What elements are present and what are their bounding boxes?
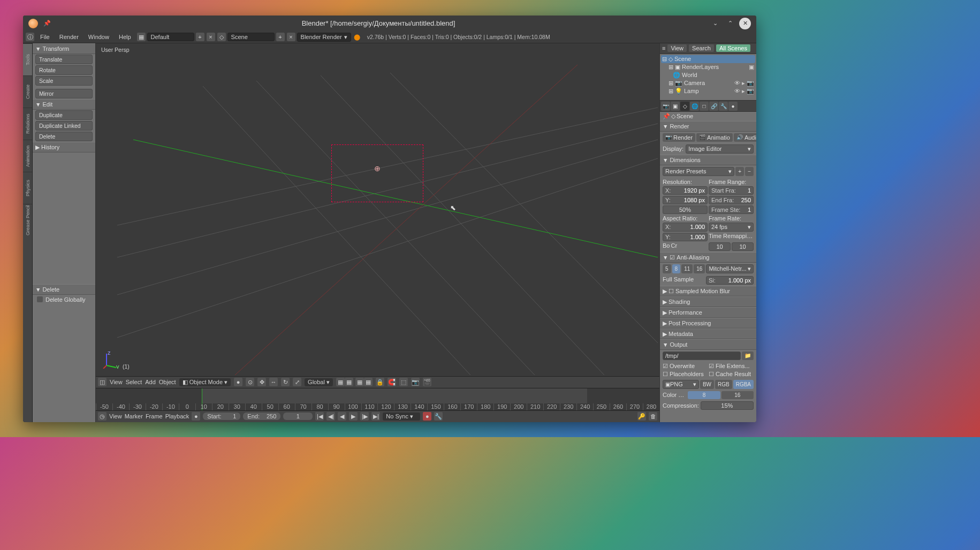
manipulator-icon[interactable]: ✥: [257, 378, 266, 386]
screen-layout-dropdown[interactable]: Default: [147, 33, 194, 41]
tab-animation[interactable]: Animation: [23, 140, 32, 172]
color-rgb[interactable]: RGB: [715, 380, 732, 389]
tab-constraints-icon[interactable]: 🔗: [709, 102, 718, 111]
tab-render-icon[interactable]: 📷: [661, 102, 670, 111]
frame-step-field[interactable]: Frame Ste:1: [709, 205, 754, 214]
minimize-button[interactable]: ⌄: [709, 18, 721, 29]
pin-icon[interactable]: 📌: [43, 20, 51, 27]
pivot-icon[interactable]: ⊙: [246, 378, 254, 386]
tab-scene-icon[interactable]: ◇: [680, 102, 689, 111]
tab-material-icon[interactable]: ●: [728, 102, 738, 111]
autokey-icon[interactable]: ●: [192, 412, 200, 421]
mode-dropdown[interactable]: ◧ Object Mode ▾: [179, 378, 231, 386]
remove-scene-button[interactable]: ×: [287, 33, 295, 41]
file-extensions-checkbox[interactable]: ☑ File Extens...: [709, 363, 754, 370]
duplicate-linked-button[interactable]: Duplicate Linked: [35, 121, 93, 131]
shading-solid-icon[interactable]: ●: [234, 378, 242, 386]
preset-add-button[interactable]: +: [735, 167, 744, 176]
render-anim-icon[interactable]: 🎬: [423, 378, 431, 386]
tab-grease-pencil[interactable]: Grease Pencil: [23, 204, 32, 236]
prev-keyframe-icon[interactable]: ◀|: [326, 412, 335, 421]
aspect-y-field[interactable]: Y:1.000: [663, 233, 708, 241]
overwrite-checkbox[interactable]: ☑ Overwrite: [663, 363, 708, 370]
close-button[interactable]: ✕: [739, 18, 751, 29]
format-dropdown[interactable]: ▣ PNG▾: [663, 380, 699, 389]
record-icon[interactable]: ●: [423, 412, 431, 421]
menu-render[interactable]: Render: [55, 33, 83, 41]
outliner-camera[interactable]: ⊞📷Camera👁 ▸ 📷: [661, 79, 755, 87]
outliner-world[interactable]: 🌐World: [661, 71, 755, 79]
tab-tools[interactable]: Tools: [23, 43, 32, 75]
editor-type-timeline-icon[interactable]: ◷: [98, 412, 107, 421]
display-dropdown[interactable]: Image Editor▾: [686, 144, 754, 154]
scale-button[interactable]: Scale: [35, 76, 93, 86]
next-keyframe-icon[interactable]: |▶: [360, 412, 369, 421]
outliner[interactable]: ⊟◇Scene ⊞▣RenderLayers▣ 🌐World ⊞📷Camera👁…: [660, 54, 756, 100]
3d-viewport[interactable]: User Persp ⊕ ⬉ z y (1): [96, 43, 659, 376]
duplicate-button[interactable]: Duplicate: [35, 110, 93, 120]
keying-set-icon[interactable]: 🔧: [434, 412, 443, 421]
menu-file[interactable]: File: [36, 33, 54, 41]
transform-header[interactable]: ▼ Transform: [33, 43, 95, 54]
start-frame-field[interactable]: Start:1: [203, 412, 240, 420]
delete-globally-checkbox[interactable]: Delete Globally: [37, 296, 91, 303]
menu-window[interactable]: Window: [84, 33, 113, 41]
timeremap-old[interactable]: 10: [709, 242, 731, 251]
key-add-icon[interactable]: 🔑: [637, 412, 646, 421]
aa-8[interactable]: 8: [672, 264, 681, 273]
editor-type-3dview-icon[interactable]: ◫: [98, 378, 107, 386]
compression-field[interactable]: 15%: [701, 401, 754, 410]
outliner-lamp[interactable]: ⊞💡Lamp👁 ▸ 📷: [661, 87, 755, 95]
dimensions-header[interactable]: ▼ Dimensions: [660, 155, 756, 165]
orientation-dropdown[interactable]: Global ▾: [305, 378, 333, 386]
play-reverse-icon[interactable]: ◀: [338, 412, 346, 421]
tab-renderlayers-icon[interactable]: ▣: [671, 102, 680, 111]
snap-target-icon[interactable]: ⬚: [399, 378, 408, 386]
post-processing-header[interactable]: ▶ Post Processing: [660, 318, 756, 329]
render-anim-button[interactable]: 🎬Animatio: [696, 133, 733, 142]
translate-button[interactable]: Translate: [35, 55, 93, 64]
manip-translate-icon[interactable]: ↔: [269, 378, 278, 386]
aa-header[interactable]: ▼ ☑ Anti-Aliasing: [660, 252, 756, 263]
start-frame-prop[interactable]: Start Fra:1: [709, 186, 754, 195]
file-browser-icon[interactable]: 📁: [742, 352, 754, 360]
outliner-view-btn[interactable]: View: [667, 44, 687, 52]
outliner-all-scenes-btn[interactable]: All Scenes: [716, 44, 750, 52]
scene-dropdown[interactable]: Scene: [227, 33, 275, 41]
editor-type-outliner-icon[interactable]: ≡: [662, 45, 665, 51]
preset-remove-button[interactable]: −: [745, 167, 754, 176]
outliner-renderlayers[interactable]: ⊞▣RenderLayers▣: [661, 63, 755, 71]
current-frame-field[interactable]: 1: [283, 412, 313, 420]
output-header[interactable]: ▼ Output: [660, 339, 756, 350]
tab-relations[interactable]: Relations: [23, 108, 32, 140]
depth-16[interactable]: 16: [721, 391, 754, 399]
outliner-search-btn[interactable]: Search: [689, 44, 714, 52]
key-remove-icon[interactable]: 🗑: [649, 412, 657, 421]
add-menu[interactable]: Add: [145, 379, 156, 385]
placeholders-checkbox[interactable]: ☐ Placeholders: [663, 371, 708, 378]
delete-button[interactable]: Delete: [35, 132, 93, 141]
tl-marker-menu[interactable]: Marker: [125, 413, 143, 419]
tab-world-icon[interactable]: 🌐: [690, 102, 699, 111]
fps-dropdown[interactable]: 24 fps▾: [709, 223, 754, 232]
remove-screen-button[interactable]: ×: [207, 33, 215, 41]
play-icon[interactable]: ▶: [349, 412, 358, 421]
tl-frame-menu[interactable]: Frame: [146, 413, 163, 419]
aa-5[interactable]: 5: [663, 264, 671, 273]
aa-filter-dropdown[interactable]: Mitchell-Netr...▾: [706, 264, 754, 273]
tab-modifiers-icon[interactable]: 🔧: [719, 102, 728, 111]
jump-end-icon[interactable]: ▶|: [371, 412, 380, 421]
snap-icon[interactable]: 🧲: [388, 378, 396, 386]
tl-playback-menu[interactable]: Playback: [165, 413, 189, 419]
render-panel-header[interactable]: ▼ Render: [660, 121, 756, 132]
aa-16[interactable]: 16: [694, 264, 705, 273]
render-audio-button[interactable]: 🔊Audio: [734, 133, 756, 142]
output-path-field[interactable]: /tmp/: [663, 352, 741, 360]
manip-rotate-icon[interactable]: ↻: [281, 378, 290, 386]
editor-type-icon[interactable]: ⓘ: [26, 33, 34, 41]
depth-8[interactable]: 8: [688, 391, 720, 399]
select-menu[interactable]: Select: [126, 379, 142, 385]
tab-object-icon[interactable]: □: [700, 102, 709, 111]
aa-11[interactable]: 11: [681, 264, 693, 273]
lock-camera-icon[interactable]: 🔒: [376, 378, 384, 386]
